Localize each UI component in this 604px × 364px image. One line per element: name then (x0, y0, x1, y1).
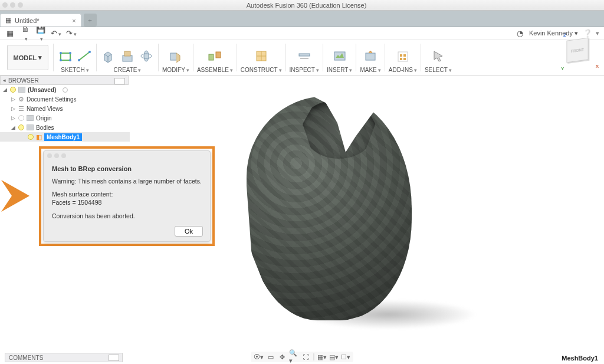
folder-icon (27, 115, 34, 121)
tree-named-views[interactable]: ▷Named Views (0, 104, 130, 113)
display-settings-icon[interactable]: ▦▾ (317, 352, 327, 362)
svg-rect-12 (209, 54, 214, 60)
dialog-aborted-line: Conversion has been aborted. (44, 209, 210, 222)
ok-button[interactable]: Ok (175, 226, 203, 237)
tab-close-icon[interactable]: × (72, 17, 76, 24)
svg-point-4 (69, 59, 71, 61)
activate-icon[interactable] (63, 87, 68, 93)
tab-untitled[interactable]: ▦ Untitled* × (0, 14, 81, 27)
app-title: Autodesk Fusion 360 (Education License) (9, 2, 604, 9)
svg-rect-17 (366, 53, 375, 60)
create-label[interactable]: CREATE (114, 67, 142, 73)
select-label[interactable]: SELECT (425, 67, 452, 73)
sketch-label[interactable]: SKETCH (61, 67, 89, 73)
create-revolve-icon[interactable] (138, 48, 155, 64)
lightbulb-icon[interactable] (18, 124, 24, 130)
list-icon (18, 105, 24, 113)
workspace-switcher[interactable]: MODEL ▾ (7, 45, 48, 70)
dialog-traffic-lights[interactable] (44, 151, 210, 159)
create-extrude-icon[interactable] (119, 48, 136, 64)
svg-rect-18 (398, 52, 408, 61)
new-tab-button[interactable]: ＋ (84, 14, 97, 27)
tab-doc-icon: ▦ (5, 17, 11, 24)
undo-button[interactable]: ↶ (51, 29, 61, 38)
lightbulb-icon[interactable] (18, 115, 24, 121)
lightbulb-icon[interactable] (10, 87, 16, 93)
svg-rect-13 (216, 52, 221, 58)
svg-point-3 (60, 59, 62, 61)
grid-settings-icon[interactable]: ▤▾ (329, 352, 339, 362)
group-insert: INSERT (324, 41, 355, 74)
mesh-model-display[interactable] (247, 96, 412, 320)
zoom-icon[interactable]: 🔍▾ (289, 352, 300, 362)
group-create: CREATE (98, 41, 157, 74)
tab-title: Untitled* (15, 17, 40, 24)
make-label[interactable]: MAKE (360, 67, 380, 73)
dialog-warning-line: Warning: This mesh contains a large numb… (44, 175, 210, 188)
help-icon[interactable]: ❔ (583, 29, 591, 38)
view-cube-face[interactable]: FRONT (566, 38, 588, 63)
view-cube[interactable]: Z Y X FRONT (566, 38, 595, 68)
modify-icon[interactable] (168, 48, 184, 64)
look-at-icon[interactable]: ▭ (265, 352, 276, 362)
modify-label[interactable]: MODIFY (162, 67, 189, 73)
tree-meshbody1[interactable]: ▷MeshBody1 (0, 132, 130, 142)
navigation-toolbar: ⦿▾ ▭ ✥ 🔍▾ ⛶ ▦▾ ▤▾ ☐▾ (251, 352, 353, 362)
addins-label[interactable]: ADD-INS (389, 67, 417, 73)
inspect-label[interactable]: INSPECT (290, 67, 319, 73)
svg-rect-15 (299, 54, 310, 56)
construct-label[interactable]: CONSTRUCT (241, 67, 282, 73)
browser-tree: ◢(Unsaved) ▷Document Settings ▷Named Vie… (0, 85, 130, 142)
tree-origin[interactable]: ▷Origin (0, 113, 130, 123)
assemble-label[interactable]: ASSEMBLE (197, 67, 233, 73)
lightbulb-icon[interactable] (28, 134, 34, 140)
window-titlebar: Autodesk Fusion 360 (Education License) (0, 0, 604, 11)
folder-icon (18, 87, 25, 93)
sketch-line-icon[interactable] (76, 48, 93, 64)
group-assemble: ASSEMBLE (195, 41, 235, 74)
job-status-icon[interactable]: ◔ (516, 29, 524, 38)
browser-title: BROWSER (8, 77, 39, 84)
group-modify: MODIFY (160, 41, 192, 74)
svg-point-5 (78, 59, 80, 61)
select-icon[interactable] (430, 48, 447, 64)
mesh-icon (36, 133, 42, 141)
svg-rect-8 (124, 51, 130, 56)
create-box-icon[interactable] (100, 48, 117, 64)
ribbon: MODEL ▾ SKETCH CREATE MODIFY ASSEMBLE CO… (0, 40, 604, 76)
insert-label[interactable]: INSERT (327, 67, 353, 73)
save-dropdown[interactable]: 💾 (35, 25, 46, 42)
make-icon[interactable] (362, 48, 379, 64)
gear-icon (18, 96, 24, 103)
pan-icon[interactable]: ✥ (277, 352, 288, 362)
annotation-outline: Mesh to BRep conversion Warning: This me… (39, 146, 215, 246)
svg-point-1 (60, 52, 62, 54)
svg-point-2 (69, 52, 71, 54)
redo-button[interactable]: ↷ (66, 29, 77, 38)
addins-icon[interactable] (395, 48, 411, 64)
tree-bodies[interactable]: ◢Bodies (0, 123, 130, 132)
status-selection: MeshBody1 (562, 355, 598, 362)
mac-close-icon[interactable] (2, 2, 8, 8)
svg-point-6 (88, 51, 91, 53)
comments-panel-header[interactable]: COMMENTS (5, 353, 123, 362)
fit-icon[interactable]: ⛶ (301, 352, 311, 362)
file-dropdown[interactable]: 🗎 (20, 25, 31, 42)
tree-root[interactable]: ◢(Unsaved) (0, 85, 130, 94)
axis-x-label: X (596, 64, 599, 69)
insert-icon[interactable] (331, 48, 348, 64)
axis-y-label: Y (561, 66, 564, 71)
quick-access-toolbar: ▦ 🗎 💾 ↶ ↷ ◔ Kevin Kennedy ▾ ❔▾ (0, 27, 604, 40)
tree-doc-settings[interactable]: ▷Document Settings (0, 94, 130, 104)
assemble-icon[interactable] (206, 48, 223, 64)
construct-icon[interactable] (253, 48, 270, 64)
document-tabstrip: ▦ Untitled* × ＋ (0, 11, 604, 27)
orbit-icon[interactable]: ⦿▾ (254, 352, 264, 362)
inspect-icon[interactable] (296, 48, 313, 64)
folder-icon (27, 124, 34, 130)
data-panel-icon[interactable]: ▦ (5, 29, 15, 38)
user-name[interactable]: Kevin Kennedy ▾ (529, 29, 578, 37)
viewport-layout-icon[interactable]: ☐▾ (340, 352, 351, 362)
browser-header[interactable]: ◂ BROWSER (0, 76, 129, 85)
sketch-rect-icon[interactable] (57, 48, 74, 64)
